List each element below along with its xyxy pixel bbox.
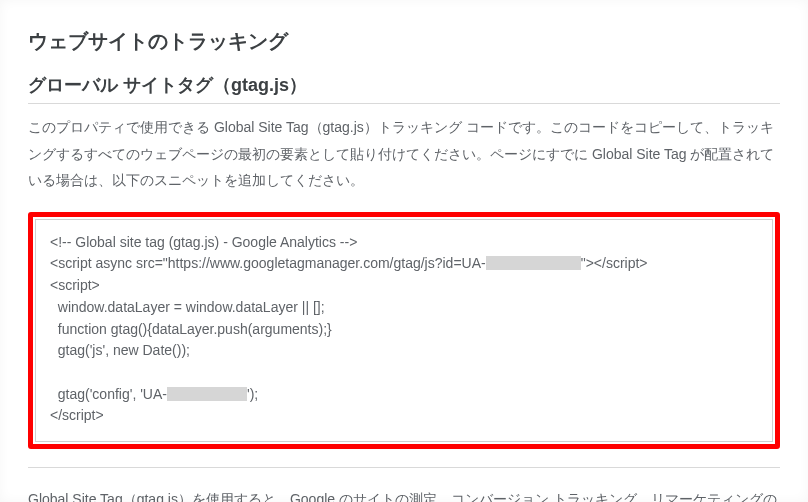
code-line: "></script> (581, 255, 648, 271)
code-line: <script async src="https://www.googletag… (50, 255, 486, 271)
tracking-code-snippet[interactable]: <!-- Global site tag (gtag.js) - Google … (35, 219, 773, 442)
outro-paragraph: Global Site Tag（gtag.js）を使用すると、Google のサ… (28, 486, 780, 502)
code-highlight-frame: <!-- Global site tag (gtag.js) - Google … (28, 212, 780, 449)
code-line: gtag('js', new Date()); (50, 342, 190, 358)
code-line: function gtag(){dataLayer.push(arguments… (50, 321, 332, 337)
page-title: ウェブサイトのトラッキング (28, 28, 780, 55)
code-line: <!-- Global site tag (gtag.js) - Google … (50, 234, 357, 250)
code-line: window.dataLayer = window.dataLayer || [… (50, 299, 325, 315)
page: ウェブサイトのトラッキング グローバル サイトタグ（gtag.js） このプロパ… (0, 0, 808, 502)
code-line: gtag('config', 'UA- (50, 386, 167, 402)
code-line: <script> (50, 277, 100, 293)
code-line: </script> (50, 407, 104, 423)
section-subtitle: グローバル サイトタグ（gtag.js） (28, 73, 780, 101)
redacted-id (167, 387, 247, 401)
divider (28, 467, 780, 468)
redacted-id (486, 256, 581, 270)
code-line: '); (247, 386, 258, 402)
intro-paragraph: このプロパティで使用できる Global Site Tag（gtag.js）トラ… (28, 114, 780, 194)
divider (28, 103, 780, 104)
